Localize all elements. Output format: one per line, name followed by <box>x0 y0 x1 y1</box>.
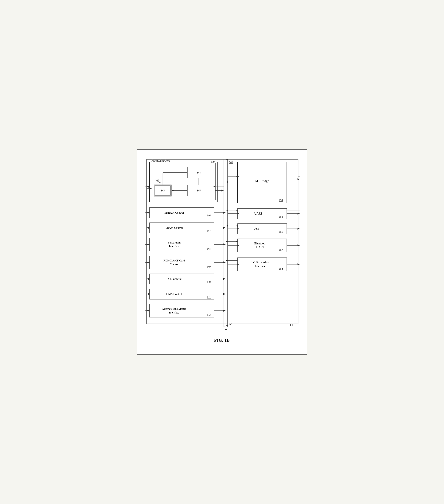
svg-marker-94 <box>297 263 300 265</box>
ref-158: 158 <box>279 267 283 270</box>
svg-marker-87 <box>297 244 300 246</box>
ref-153: 153 <box>228 323 232 325</box>
svg-marker-82 <box>297 228 300 230</box>
box-143: 143 <box>161 189 165 192</box>
ref-142: 142 <box>155 179 159 182</box>
io-bridge-label: I/O Bridge <box>255 179 269 183</box>
io-expansion-label2: Interface <box>255 265 266 268</box>
ref-149: 149 <box>207 265 211 268</box>
burst-flash-label1: Burst Flash <box>168 241 181 244</box>
svg-rect-46 <box>149 256 214 269</box>
usb-label: USB <box>253 227 259 230</box>
page-wrapper: text { font-family: 'Times New Roman', T… <box>137 149 307 355</box>
burst-flash-label2: Interface <box>169 245 179 248</box>
ref-159: 159 <box>211 161 215 163</box>
box-145: 145 <box>197 189 201 192</box>
pcmcia-label1: PCMCIA/CF Card <box>164 259 185 262</box>
sram-control-label: SRAM Control <box>166 226 183 229</box>
box-144: 144 <box>197 171 201 174</box>
ref-146: 146 <box>207 214 211 217</box>
uart-label: UART <box>254 212 262 215</box>
lcd-control-label: LCD Control <box>166 277 182 280</box>
svg-rect-41 <box>149 238 214 251</box>
svg-rect-61 <box>149 304 214 317</box>
ref-152: 152 <box>207 313 211 316</box>
diagram-area: text { font-family: 'Times New Roman', T… <box>145 157 300 332</box>
altbus-label2: Interface <box>169 311 179 314</box>
pcmcia-label2: Control <box>170 263 179 266</box>
svg-marker-72 <box>297 178 300 180</box>
ref-157: 157 <box>279 248 283 251</box>
sdram-control-label: SDRAM Control <box>165 211 184 214</box>
processing-core-label: Processing Core <box>151 159 170 162</box>
ref-148: 148 <box>207 247 211 250</box>
svg-marker-29 <box>224 329 228 330</box>
ref-150: 150 <box>207 281 211 283</box>
altbus-label1: Alternate Bus Master <box>162 307 186 310</box>
bluetooth-label1: Bluetooth <box>254 242 266 245</box>
ref-154: 154 <box>279 199 283 202</box>
main-diagram: text { font-family: 'Times New Roman', T… <box>145 157 300 331</box>
svg-marker-77 <box>297 213 300 215</box>
bluetooth-label2: UART <box>256 246 264 249</box>
svg-rect-51 <box>149 274 214 284</box>
ref-151: 151 <box>207 296 211 299</box>
dma-control-label: DMA Control <box>166 292 182 295</box>
ref-140: 140 <box>290 323 294 326</box>
ref-141: 141 <box>229 161 233 164</box>
ref-156: 156 <box>279 231 283 233</box>
ref-147: 147 <box>207 230 211 232</box>
io-expansion-label1: I/O Expansion <box>252 261 269 264</box>
ref-155: 155 <box>279 215 283 218</box>
fig-label: FIG. 1B <box>145 338 299 343</box>
